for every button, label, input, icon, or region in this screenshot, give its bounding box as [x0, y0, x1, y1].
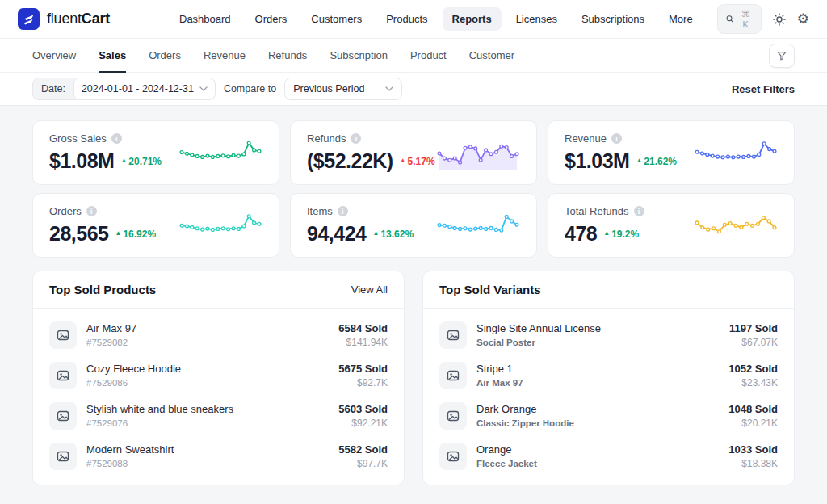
- fluentcart-logo-icon: [18, 8, 40, 30]
- nav-item-licenses[interactable]: Licenses: [506, 7, 567, 31]
- variant-image-placeholder: [439, 321, 467, 349]
- nav-item-reports[interactable]: Reports: [443, 7, 502, 31]
- variant-sales-amount: $23.43K: [728, 376, 778, 389]
- stat-value: 94,424: [307, 222, 366, 246]
- theme-toggle-button[interactable]: [773, 13, 786, 26]
- stat-value: $1.03M: [565, 149, 629, 173]
- triangle-up-icon: ▲: [115, 229, 121, 237]
- report-tabbar: Overview Sales Orders Revenue Refunds Su…: [0, 39, 827, 73]
- stat-label: Revenue: [565, 132, 607, 145]
- product-row[interactable]: Modern Sweatshirt #7529088 5582 Sold $97…: [33, 436, 404, 477]
- compare-to-select[interactable]: Previous Period: [284, 78, 402, 100]
- stat-card-items: Items i 94,424 ▲13.62%: [290, 193, 537, 258]
- variant-name: Orange: [476, 443, 719, 457]
- funnel-icon: [776, 50, 787, 61]
- sun-icon: [773, 13, 786, 26]
- variant-image-placeholder: [439, 443, 467, 470]
- info-icon[interactable]: i: [351, 133, 361, 144]
- reset-filters-button[interactable]: Reset Filters: [732, 83, 795, 95]
- tab-orders[interactable]: Orders: [149, 39, 181, 73]
- image-icon: [57, 329, 69, 342]
- nav-item-subscriptions[interactable]: Subscriptions: [572, 7, 654, 31]
- image-icon: [57, 410, 69, 422]
- image-icon: [447, 369, 460, 382]
- filter-button[interactable]: [769, 44, 795, 68]
- variant-sales-amount: $20.21K: [728, 417, 778, 430]
- product-sales-amount: $92.7K: [338, 376, 388, 389]
- image-icon: [447, 450, 460, 463]
- tab-subscription[interactable]: Subscription: [330, 39, 388, 73]
- tab-product[interactable]: Product: [410, 39, 447, 73]
- brand-name: fluentCart: [47, 10, 110, 27]
- variant-row[interactable]: Orange Fleece Jacket 1033 Sold $18.38K: [423, 436, 794, 477]
- stat-card-revenue: Revenue i $1.03M ▲21.62%: [548, 120, 795, 185]
- variant-row[interactable]: Stripe 1 Air Max 97 1052 Sold $23.43K: [423, 355, 794, 396]
- nav-item-customers[interactable]: Customers: [301, 7, 372, 31]
- product-name: Cozy Fleece Hoodie: [86, 362, 329, 376]
- date-range-value[interactable]: 2024-01-01 - 2024-12-31: [73, 78, 215, 99]
- tab-revenue[interactable]: Revenue: [204, 39, 246, 73]
- nav-item-products[interactable]: Products: [376, 7, 437, 31]
- brand-logo[interactable]: fluentCart: [18, 8, 155, 30]
- product-row[interactable]: Cozy Fleece Hoodie #7529086 5675 Sold $9…: [33, 355, 404, 396]
- stats-grid: Gross Sales i $1.08M ▲20.71% Refunds i (…: [32, 120, 795, 258]
- info-icon[interactable]: i: [111, 133, 122, 144]
- report-tabs: Overview Sales Orders Revenue Refunds Su…: [32, 39, 514, 72]
- nav-item-orders[interactable]: Orders: [246, 7, 297, 31]
- panel-title: Top Sold Variants: [439, 283, 541, 296]
- variant-sold-count: 1033 Sold: [728, 443, 778, 457]
- nav-item-dashboard[interactable]: Dashboard: [170, 7, 241, 31]
- product-id: #7529076: [86, 417, 329, 430]
- stat-card-refunds: Refunds i ($52.22K) ▲5.17%: [290, 120, 537, 185]
- product-row[interactable]: Air Max 97 #7529082 6584 Sold $141.94K: [33, 315, 404, 355]
- info-icon[interactable]: i: [86, 206, 97, 216]
- date-range-filter[interactable]: Date: 2024-01-01 - 2024-12-31: [32, 78, 216, 100]
- variant-image-placeholder: [439, 402, 467, 430]
- stat-value: ($52.22K): [307, 149, 393, 173]
- tab-refunds[interactable]: Refunds: [268, 39, 307, 73]
- settings-button[interactable]: ⚙: [797, 12, 809, 26]
- variant-sold-count: 1052 Sold: [728, 362, 778, 376]
- top-sold-variants-panel: Top Sold Variants Single Site Annual Lic…: [422, 271, 795, 485]
- variant-row[interactable]: Single Site Annual License Social Poster…: [423, 315, 794, 355]
- product-sales-amount: $141.94K: [338, 336, 388, 349]
- gear-icon: ⚙: [797, 12, 809, 26]
- panels-grid: Top Sold Products View All Air Max 97 #7…: [32, 271, 795, 485]
- top-nav: fluentCart Dashboard Orders Customers Pr…: [0, 0, 827, 39]
- search-button[interactable]: ⌘ K: [717, 4, 762, 34]
- product-name: Air Max 97: [86, 321, 329, 336]
- filter-bar: Date: 2024-01-01 - 2024-12-31 Compare to…: [0, 73, 827, 106]
- nav-actions: ⌘ K ⚙: [717, 4, 809, 34]
- stat-label: Gross Sales: [49, 132, 107, 145]
- stat-label: Orders: [49, 205, 82, 217]
- info-icon[interactable]: i: [338, 206, 348, 216]
- compare-to-label: Compare to: [224, 83, 276, 94]
- product-image-placeholder: [49, 321, 77, 349]
- variant-name: Stripe 1: [476, 362, 719, 376]
- stat-label: Total Refunds: [565, 205, 629, 217]
- view-all-link[interactable]: View All: [351, 284, 388, 296]
- nav-item-more[interactable]: More: [659, 7, 703, 31]
- variant-row[interactable]: Dark Orange Classic Zipper Hoodie 1048 S…: [423, 396, 794, 436]
- product-row[interactable]: Stylish white and blue sneakers #7529076…: [33, 396, 404, 436]
- tab-overview[interactable]: Overview: [32, 39, 76, 73]
- triangle-up-icon: ▲: [372, 229, 379, 237]
- stat-delta: ▲13.62%: [372, 229, 414, 240]
- stat-delta: ▲21.62%: [636, 156, 677, 167]
- sparkline-gross-sales: [178, 133, 262, 172]
- image-icon: [57, 369, 69, 382]
- sparkline-orders: [178, 206, 262, 245]
- sparkline-total-refunds: [694, 206, 778, 245]
- stat-delta: ▲5.17%: [400, 156, 435, 167]
- chevron-down-icon: [199, 86, 208, 91]
- variant-name: Dark Orange: [476, 402, 719, 417]
- tab-customer[interactable]: Customer: [469, 39, 514, 73]
- sparkline-refunds: [436, 133, 520, 172]
- info-icon[interactable]: i: [634, 206, 644, 216]
- info-icon[interactable]: i: [611, 133, 622, 144]
- sparkline-items: [436, 206, 520, 245]
- tab-sales[interactable]: Sales: [99, 39, 126, 73]
- stat-card-orders: Orders i 28,565 ▲16.92%: [32, 193, 279, 258]
- variant-sold-count: 1197 Sold: [729, 321, 778, 336]
- variant-sold-count: 1048 Sold: [728, 402, 778, 417]
